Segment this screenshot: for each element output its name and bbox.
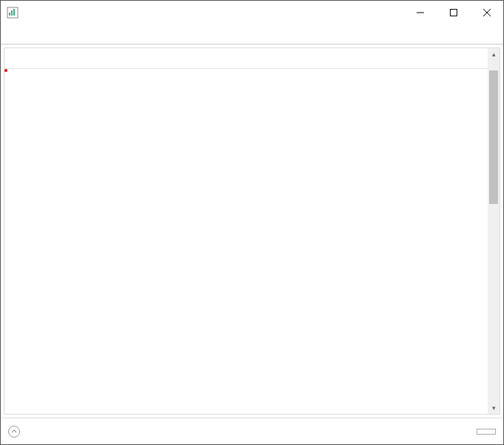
scroll-up-icon[interactable]: ▴ [488, 48, 500, 60]
svg-rect-2 [11, 10, 13, 16]
scroll-thumb[interactable] [489, 70, 498, 204]
close-button[interactable] [470, 1, 503, 24]
close-icon [483, 9, 491, 16]
chevron-up-icon [8, 426, 20, 438]
titlebar[interactable] [1, 1, 503, 24]
app-icon [7, 7, 19, 19]
svg-rect-5 [450, 10, 457, 16]
scroll-down-icon[interactable]: ▾ [488, 402, 500, 414]
footer [1, 418, 503, 444]
svg-rect-1 [9, 13, 10, 16]
table-header[interactable] [4, 48, 500, 69]
vertical-scrollbar[interactable]: ▴ ▾ [488, 48, 500, 414]
task-manager-window: ▴ ▾ [0, 0, 504, 445]
maximize-icon [450, 9, 457, 16]
maximize-button[interactable] [437, 1, 470, 24]
content-area: ▴ ▾ [1, 44, 503, 418]
fewer-details-button[interactable] [8, 426, 23, 438]
minimize-button[interactable] [403, 1, 437, 24]
end-task-button[interactable] [477, 429, 496, 435]
highlight-box [4, 69, 7, 72]
menubar [1, 24, 503, 41]
process-table: ▴ ▾ [4, 47, 500, 415]
svg-rect-3 [13, 9, 15, 16]
minimize-icon [417, 9, 424, 16]
window-controls [403, 1, 503, 24]
